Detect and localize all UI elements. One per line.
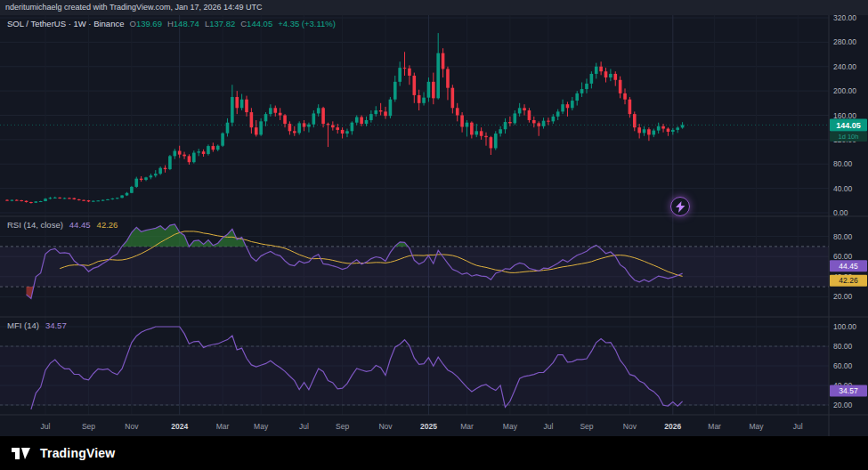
axis-badge: 1d 10h	[830, 132, 867, 142]
close-label: C	[240, 19, 247, 28]
rsi-legend[interactable]: RSI (14, close) 44.45 42.26	[7, 220, 118, 230]
svg-text:May: May	[254, 422, 269, 431]
chart-canvas[interactable]: 0.0040.0080.00120.00160.00200.00240.0028…	[0, 15, 868, 436]
svg-text:May: May	[503, 422, 518, 431]
svg-text:2024: 2024	[171, 422, 188, 431]
svg-text:42.26: 42.26	[839, 276, 858, 285]
svg-text:40.00: 40.00	[833, 184, 853, 193]
rsi-overbought-fill	[122, 224, 598, 247]
change-value: +4.35 (+3.11%)	[278, 19, 336, 28]
axis-badge: 144.05	[830, 118, 867, 131]
rsi-value: 44.45	[69, 220, 91, 230]
svg-text:Jul: Jul	[793, 422, 803, 431]
mfi-legend[interactable]: MFI (14) 34.57	[7, 320, 67, 330]
svg-text:280.00: 280.00	[833, 37, 856, 46]
close-value: 144.05	[247, 19, 272, 28]
svg-text:20.00: 20.00	[833, 292, 853, 301]
svg-text:1d 10h: 1d 10h	[839, 133, 859, 141]
svg-text:20.00: 20.00	[833, 401, 853, 409]
svg-text:May: May	[749, 422, 764, 431]
symbol-title[interactable]: SOL / TetherUS · 1W · Binance	[7, 19, 124, 28]
svg-text:60.00: 60.00	[833, 361, 853, 370]
candlesticks	[5, 33, 684, 203]
svg-text:Mar: Mar	[460, 422, 474, 431]
svg-text:80.00: 80.00	[833, 232, 853, 241]
axis-badge: 42.26	[830, 275, 867, 287]
high-label: H	[167, 19, 174, 28]
svg-text:60.00: 60.00	[833, 252, 853, 261]
svg-text:200.00: 200.00	[833, 86, 856, 95]
svg-text:160.00: 160.00	[833, 111, 856, 120]
symbol-legend[interactable]: SOL / TetherUS · 1W · Binance O139.69 H1…	[7, 19, 336, 28]
mfi-value: 34.57	[45, 320, 67, 330]
svg-text:Sep: Sep	[580, 422, 593, 431]
tradingview-logo-icon[interactable]	[12, 445, 32, 462]
svg-text:Mar: Mar	[216, 422, 230, 431]
svg-text:240.00: 240.00	[833, 62, 856, 71]
svg-text:320.00: 320.00	[833, 15, 856, 22]
svg-text:34.57: 34.57	[839, 386, 858, 395]
svg-text:Nov: Nov	[125, 422, 139, 431]
svg-text:100.00: 100.00	[833, 322, 856, 331]
open-label: O	[129, 19, 135, 28]
svg-text:Nov: Nov	[623, 422, 637, 431]
quick-action-button[interactable]	[670, 197, 690, 216]
attribution-bar: nderitumichaelg created with TradingView…	[0, 0, 868, 15]
svg-text:Jul: Jul	[299, 422, 309, 431]
svg-text:144.05: 144.05	[836, 121, 861, 130]
price-scale[interactable]: 0.0040.0080.00120.00160.00200.00240.0028…	[833, 15, 856, 409]
svg-text:Mar: Mar	[708, 422, 721, 431]
low-value: 137.82	[209, 19, 235, 28]
svg-text:80.00: 80.00	[833, 342, 853, 351]
svg-text:Nov: Nov	[378, 422, 393, 431]
brand-bar: TradingView	[0, 436, 868, 470]
time-scale[interactable]: JulSepNov2024MarMayJulSepNov2025MarMayJu…	[41, 422, 803, 431]
axis-badge: 44.45	[830, 260, 867, 271]
mfi-band-fill	[0, 346, 829, 405]
rsi-band-fill	[0, 247, 829, 287]
open-value: 139.69	[136, 19, 162, 28]
svg-text:Jul: Jul	[41, 422, 51, 431]
svg-text:Sep: Sep	[336, 422, 349, 431]
svg-text:80.00: 80.00	[833, 159, 853, 168]
svg-text:Jul: Jul	[544, 422, 554, 431]
svg-text:2026: 2026	[664, 422, 681, 431]
svg-text:44.45: 44.45	[839, 262, 858, 271]
svg-text:Sep: Sep	[82, 422, 95, 431]
svg-text:2025: 2025	[420, 422, 437, 431]
attribution-text: nderitumichaelg created with TradingView…	[5, 3, 263, 12]
svg-text:0.00: 0.00	[833, 208, 848, 217]
rsi-title: RSI (14, close)	[7, 220, 63, 230]
mfi-title: MFI (14)	[7, 320, 39, 330]
rsi-ma-value: 42.26	[97, 220, 118, 230]
brand-wordmark[interactable]: TradingView	[40, 446, 115, 460]
axis-badge: 34.57	[830, 385, 867, 396]
high-value: 148.74	[174, 19, 199, 28]
lightning-icon	[676, 201, 685, 213]
